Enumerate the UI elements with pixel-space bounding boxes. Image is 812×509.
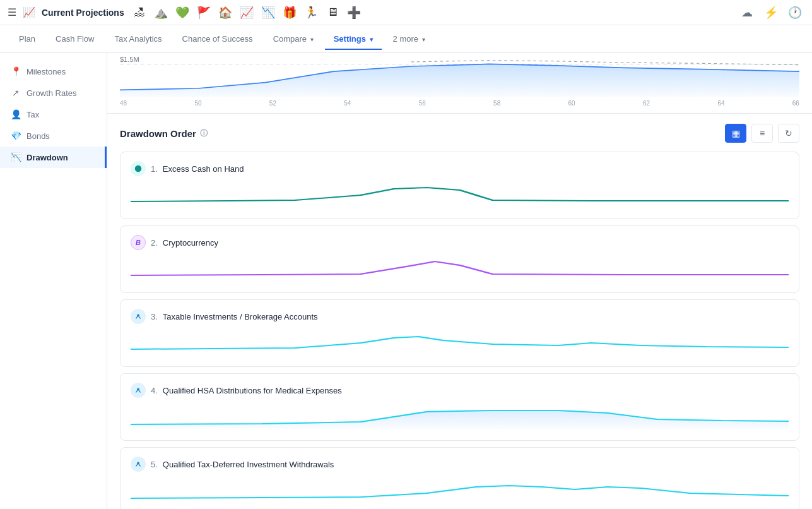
sub-nav: Plan Cash Flow Tax Analytics Chance of S… [0, 25, 812, 53]
chart-area: $1.5M [107, 53, 812, 114]
list-view-button[interactable]: ≡ [751, 124, 773, 143]
svg-point-2 [137, 314, 139, 317]
top-bar-left: ☰ 📈 Current Projections 🏖 ⛰️ 💚 🚩 🏠 📈 📉 🎁… [8, 4, 733, 21]
content-area: $1.5M [107, 53, 812, 509]
health-icon[interactable]: 💚 [174, 4, 191, 21]
x-label-58: 58 [493, 100, 500, 107]
card-1-sparkline [131, 183, 789, 208]
tab-settings[interactable]: Settings ▾ [325, 29, 382, 50]
card-5-num: 5. [151, 460, 158, 469]
card-4-header: 4. Qualified HSA Distributions for Medic… [131, 383, 789, 398]
sidebar-label-bonds: Bonds [26, 131, 50, 141]
x-label-60: 60 [568, 100, 575, 107]
drawdown-cards: 1. Excess Cash on Hand B 2. Cryptocurren… [120, 152, 799, 509]
mountain-icon[interactable]: ⛰️ [152, 4, 170, 21]
settings-chevron: ▾ [370, 36, 373, 43]
x-label-54: 54 [344, 100, 351, 107]
tab-tax-analytics[interactable]: Tax Analytics [105, 29, 170, 50]
sidebar-item-bonds[interactable]: 💎 Bonds [0, 125, 107, 147]
svg-point-1 [135, 165, 142, 172]
add-icon[interactable]: ➕ [345, 4, 363, 21]
growth-icon: ↗ [10, 88, 21, 98]
chart-icon: 📈 [23, 6, 35, 18]
home-icon[interactable]: 🏠 [216, 4, 234, 21]
tab-plan[interactable]: Plan [10, 29, 44, 50]
drawdown-icon: 📉 [10, 152, 21, 162]
menu-icon[interactable]: ☰ [8, 6, 16, 18]
drawdown-title: Drawdown Order ⓘ [120, 128, 208, 139]
card-3-name: Taxable Investments / Brokerage Accounts [163, 312, 318, 321]
more-chevron: ▾ [422, 36, 425, 43]
card-3-num: 3. [151, 312, 158, 321]
x-label-52: 52 [269, 100, 276, 107]
drawdown-section: Drawdown Order ⓘ ▦ ≡ ↻ 1. [107, 114, 812, 509]
card-5-name: Qualified Tax-Deferred Investment Withdr… [163, 460, 334, 469]
main-layout: 📍 Milestones ↗ Growth Rates 👤 Tax 💎 Bond… [0, 53, 812, 509]
bonds-icon: 💎 [10, 131, 21, 141]
card-2-name: Cryptocurrency [163, 238, 218, 248]
cloud-icon[interactable]: ☁ [738, 3, 756, 22]
chart2-icon[interactable]: 📉 [259, 4, 277, 21]
card-5-icon [131, 457, 146, 472]
drawdown-controls: ▦ ≡ ↻ [725, 124, 799, 143]
card-4-sparkline [131, 404, 789, 429]
sidebar-label-milestones: Milestones [26, 67, 66, 76]
bolt-icon[interactable]: ⚡ [762, 3, 780, 22]
top-nav-icons: 🏖 ⛰️ 💚 🚩 🏠 📈 📉 🎁 🏃 🖥 ➕ [131, 4, 363, 21]
drawdown-title-text: Drawdown Order [120, 128, 196, 139]
screen-icon[interactable]: 🖥 [324, 4, 341, 21]
tab-cashflow[interactable]: Cash Flow [47, 29, 103, 50]
beach-icon[interactable]: 🏖 [131, 4, 148, 21]
card-1-icon [131, 161, 146, 176]
card-5-sparkline [131, 478, 789, 503]
card-3: 3. Taxable Investments / Brokerage Accou… [120, 299, 799, 367]
sidebar-item-growth-rates[interactable]: ↗ Growth Rates [0, 82, 107, 104]
sidebar-item-milestones[interactable]: 📍 Milestones [0, 61, 107, 82]
flag-icon[interactable]: 🚩 [195, 4, 213, 21]
x-label-64: 64 [717, 100, 724, 107]
card-4-icon [131, 383, 146, 398]
clock-icon[interactable]: 🕐 [786, 3, 804, 22]
svg-point-4 [137, 462, 139, 465]
top-bar: ☰ 📈 Current Projections 🏖 ⛰️ 💚 🚩 🏠 📈 📉 🎁… [0, 0, 812, 25]
tab-more[interactable]: 2 more ▾ [384, 29, 434, 50]
compare-chevron: ▾ [310, 36, 314, 43]
milestones-icon: 📍 [10, 66, 21, 76]
mini-chart: $1.5M [120, 53, 799, 97]
svg-point-3 [137, 388, 139, 391]
tab-compare[interactable]: Compare ▾ [264, 29, 322, 50]
sidebar-item-tax[interactable]: 👤 Tax [0, 104, 107, 125]
app-title: Current Projections [42, 8, 124, 18]
chart-y-label: $1.5M [120, 56, 139, 63]
card-2: B 2. Cryptocurrency [120, 225, 799, 293]
x-label-48: 48 [120, 100, 127, 107]
card-1-name: Excess Cash on Hand [163, 164, 244, 174]
sidebar-label-growth-rates: Growth Rates [26, 88, 76, 98]
grid-view-button[interactable]: ▦ [725, 124, 746, 143]
card-2-icon: B [131, 235, 146, 250]
sidebar: 📍 Milestones ↗ Growth Rates 👤 Tax 💎 Bond… [0, 53, 107, 509]
gift-icon[interactable]: 🎁 [281, 4, 298, 21]
sidebar-item-drawdown[interactable]: 📉 Drawdown [0, 147, 107, 168]
x-label-50: 50 [194, 100, 201, 107]
card-4-name: Qualified HSA Distributions for Medical … [163, 386, 342, 395]
card-3-icon [131, 309, 146, 324]
x-label-62: 62 [643, 100, 650, 107]
sidebar-label-tax: Tax [26, 110, 39, 119]
card-3-header: 3. Taxable Investments / Brokerage Accou… [131, 309, 789, 324]
card-1: 1. Excess Cash on Hand [120, 152, 799, 219]
card-4: 4. Qualified HSA Distributions for Medic… [120, 373, 799, 441]
info-icon[interactable]: ⓘ [200, 128, 208, 139]
activity-icon[interactable]: 🏃 [302, 4, 320, 21]
tab-chance-success[interactable]: Chance of Success [174, 29, 262, 50]
chart1-icon[interactable]: 📈 [238, 4, 256, 21]
chart-x-labels: 48 50 52 54 56 58 60 62 64 66 [120, 97, 799, 107]
card-1-header: 1. Excess Cash on Hand [131, 161, 789, 176]
card-3-sparkline [131, 330, 789, 356]
sidebar-label-drawdown: Drawdown [26, 153, 68, 162]
card-2-sparkline [131, 256, 789, 282]
card-2-num: 2. [151, 238, 158, 248]
tax-icon: 👤 [10, 109, 21, 119]
x-label-56: 56 [419, 100, 426, 107]
refresh-button[interactable]: ↻ [778, 124, 799, 143]
